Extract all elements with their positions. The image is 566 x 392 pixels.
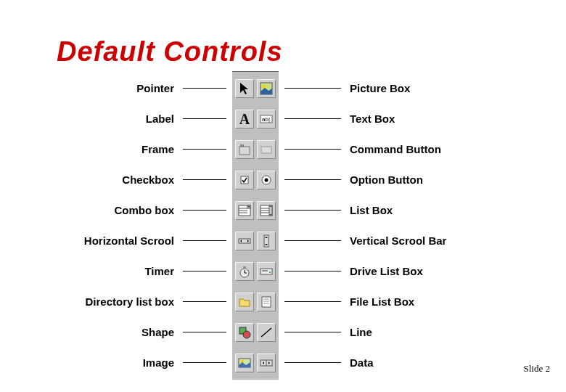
svg-text:ab|: ab|: [262, 116, 270, 123]
hscroll-icon[interactable]: [235, 232, 254, 250]
dirlistbox-icon[interactable]: [235, 293, 254, 311]
label-icon[interactable]: A: [235, 110, 254, 128]
svg-rect-4: [239, 147, 250, 155]
svg-rect-30: [262, 297, 271, 307]
drivelistbox-icon[interactable]: [257, 262, 276, 281]
label-combobox: Combo box: [115, 195, 227, 225]
label-image: Image: [143, 347, 226, 377]
label-frame: Frame: [142, 134, 226, 164]
vscroll-icon[interactable]: [257, 232, 276, 250]
pointer-icon[interactable]: [235, 79, 254, 98]
label-textbox: Text Box: [284, 103, 395, 134]
label-commandbutton: Command Button: [284, 134, 441, 164]
slide-title: Default Controls: [57, 36, 283, 68]
combobox-icon[interactable]: [235, 201, 254, 220]
label-data: Data: [284, 347, 374, 377]
commandbutton-icon[interactable]: [257, 140, 276, 159]
line-icon[interactable]: [257, 323, 276, 342]
checkbox-icon[interactable]: [235, 171, 254, 189]
optionbutton-icon[interactable]: [257, 171, 276, 189]
svg-point-35: [243, 331, 250, 338]
frame-icon[interactable]: xv: [235, 140, 254, 159]
label-optionbutton: Option Button: [284, 164, 423, 195]
slide-number: Slide 2: [524, 363, 550, 375]
svg-rect-20: [269, 205, 272, 216]
svg-rect-6: [261, 147, 271, 153]
shape-icon[interactable]: [235, 323, 254, 342]
left-labels-column: Pointer Label Frame Checkbox Combo box H…: [0, 73, 226, 377]
listbox-icon[interactable]: [257, 201, 276, 220]
data-icon[interactable]: [257, 354, 276, 372]
svg-rect-28: [262, 270, 268, 271]
svg-rect-24: [243, 266, 246, 268]
label-picturebox: Picture Box: [284, 73, 410, 103]
svg-point-10: [265, 179, 268, 182]
svg-point-1: [263, 85, 266, 88]
label-filelist: File List Box: [284, 286, 414, 317]
svg-line-36: [261, 328, 271, 337]
label-label: Label: [146, 103, 226, 134]
label-line: Line: [284, 317, 372, 347]
label-hscroll: Horizontal Scrool: [84, 225, 226, 256]
toolbox-palette: A ab| xv: [232, 71, 279, 380]
image-icon[interactable]: [235, 354, 254, 372]
label-dirlist: Directory list box: [85, 286, 226, 317]
label-listbox: List Box: [284, 195, 393, 225]
svg-point-29: [269, 271, 271, 273]
svg-text:xv: xv: [240, 143, 245, 147]
label-vscroll: Vertical Scrool Bar: [284, 225, 446, 256]
label-checkbox: Checkbox: [122, 164, 226, 195]
filelistbox-icon[interactable]: [257, 293, 276, 311]
label-timer: Timer: [144, 256, 226, 286]
label-drivelist: Drive List Box: [284, 256, 423, 286]
label-shape: Shape: [142, 317, 226, 347]
right-labels-column: Picture Box Text Box Command Button Opti…: [284, 73, 488, 377]
timer-icon[interactable]: [235, 262, 254, 281]
textbox-icon[interactable]: ab|: [257, 110, 276, 128]
svg-rect-8: [241, 176, 248, 184]
label-pointer: Pointer: [136, 73, 226, 103]
picturebox-icon[interactable]: [257, 79, 276, 98]
